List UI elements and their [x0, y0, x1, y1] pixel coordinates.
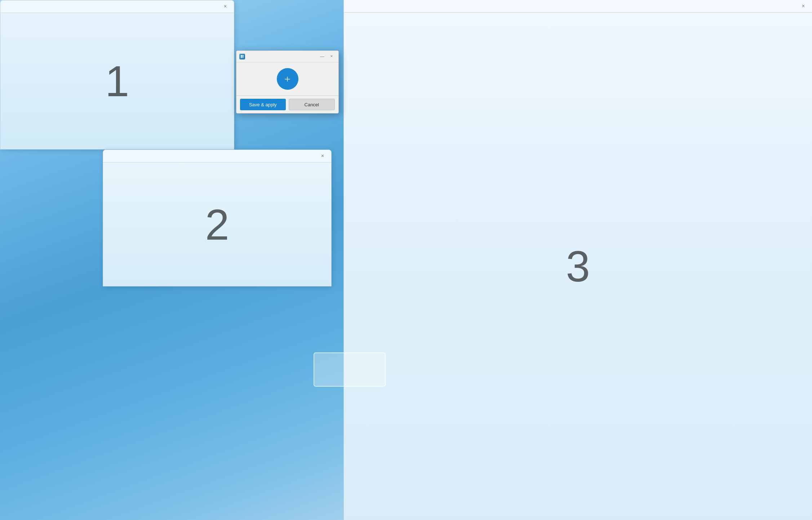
save-apply-button[interactable]: Save & apply [240, 99, 286, 110]
window-3-close-button[interactable]: × [798, 1, 808, 11]
svg-rect-12 [243, 57, 244, 58]
add-virtual-desktop-button[interactable]: + [277, 68, 298, 90]
svg-rect-9 [241, 55, 242, 57]
window-1-titlebar: × [0, 0, 234, 13]
dialog-titlebar-controls: — × [318, 53, 336, 61]
dialog-footer: Save & apply Cancel [236, 95, 338, 113]
plus-icon: + [284, 74, 290, 84]
window-2-close-button[interactable]: × [318, 151, 328, 161]
cancel-button[interactable]: Cancel [289, 99, 335, 110]
window-3-number: 3 [566, 241, 590, 291]
window-1-content: 1 [0, 13, 234, 149]
dialog-minimize-button[interactable]: — [318, 53, 326, 61]
snap-layout-indicator [314, 352, 386, 387]
dialog-app-icon [239, 54, 245, 59]
dialog-title-left [239, 54, 245, 59]
window-2: × 2 [103, 150, 332, 286]
window-3-titlebar: × [344, 0, 812, 13]
svg-rect-11 [241, 57, 242, 58]
dialog-window: — × + Save & apply Cancel [236, 50, 339, 114]
window-3: × 3 [343, 0, 812, 520]
dialog-titlebar: — × [236, 51, 338, 62]
window-2-titlebar: × [103, 150, 331, 163]
window-3-content: 3 [344, 13, 812, 520]
dialog-body: + [236, 62, 338, 95]
window-2-content: 2 [103, 163, 331, 286]
window-1: × 1 [0, 0, 234, 150]
svg-rect-10 [243, 55, 244, 57]
dialog-close-button[interactable]: × [328, 53, 336, 61]
window-1-close-button[interactable]: × [220, 1, 230, 12]
window-2-number: 2 [205, 200, 229, 249]
window-1-number: 1 [105, 56, 129, 106]
desktop: ♻ Recycle Bin [0, 0, 812, 520]
